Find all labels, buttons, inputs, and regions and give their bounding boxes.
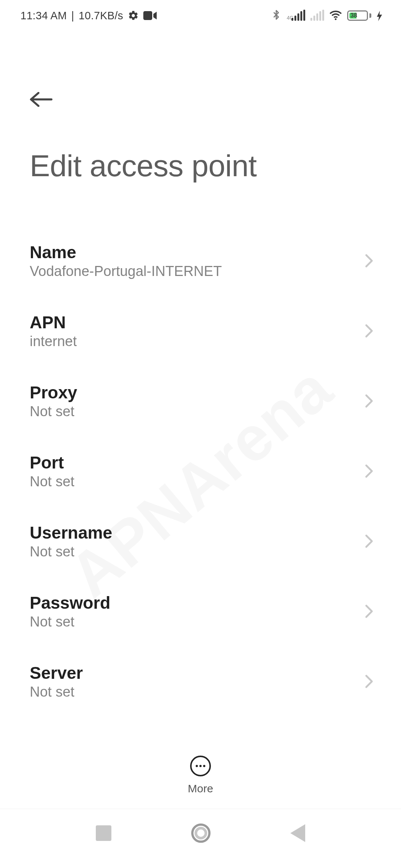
signal-sim1-icon xyxy=(291,10,305,21)
field-label: Proxy xyxy=(30,382,77,402)
field-mmsc[interactable]: MMSC Not set xyxy=(0,716,401,731)
chevron-right-icon xyxy=(363,534,375,548)
back-button[interactable] xyxy=(27,92,55,108)
more-button[interactable]: More xyxy=(188,756,213,795)
field-value: internet xyxy=(30,333,77,349)
field-value: Not set xyxy=(30,684,83,700)
wifi-icon xyxy=(329,10,342,21)
arrow-left-icon xyxy=(27,92,55,107)
apn-fields-list[interactable]: Name Vodafone-Portugal-INTERNET APN inte… xyxy=(0,226,401,731)
field-server[interactable]: Server Not set xyxy=(0,646,401,716)
field-name[interactable]: Name Vodafone-Portugal-INTERNET xyxy=(0,226,401,296)
svg-rect-0 xyxy=(143,11,152,20)
chevron-right-icon xyxy=(363,394,375,408)
field-label: Server xyxy=(30,663,83,683)
status-net-speed: 10.7KB/s xyxy=(79,10,123,22)
field-password[interactable]: Password Not set xyxy=(0,576,401,646)
field-value: Not set xyxy=(30,404,77,420)
nav-back-button[interactable] xyxy=(290,824,305,842)
nav-recents-button[interactable] xyxy=(96,825,111,841)
field-value: Not set xyxy=(30,614,110,630)
system-navigation-bar xyxy=(0,809,401,868)
nav-home-button[interactable] xyxy=(191,823,211,843)
status-time: 11:34 AM xyxy=(20,10,67,22)
gear-icon xyxy=(128,10,139,21)
status-bar: 11:34 AM | 10.7KB/s 4G xyxy=(0,0,401,31)
field-value: Vodafone-Portugal-INTERNET xyxy=(30,263,222,279)
field-label: Port xyxy=(30,453,74,473)
page-title: Edit access point xyxy=(30,148,257,183)
signal-sim2-icon xyxy=(310,10,324,21)
bottom-action-bar: More xyxy=(0,746,401,805)
chevron-right-icon xyxy=(363,604,375,618)
battery-icon: 38 xyxy=(347,10,371,21)
field-apn[interactable]: APN internet xyxy=(0,296,401,366)
more-icon xyxy=(190,756,211,776)
chevron-right-icon xyxy=(363,254,375,268)
field-label: Password xyxy=(30,593,110,613)
field-value: Not set xyxy=(30,474,74,490)
status-left: 11:34 AM | 10.7KB/s xyxy=(20,10,157,22)
field-label: APN xyxy=(30,312,77,332)
field-username[interactable]: Username Not set xyxy=(0,506,401,576)
charging-icon xyxy=(376,11,382,20)
status-separator: | xyxy=(71,10,74,22)
more-label: More xyxy=(188,782,213,795)
status-right: 4G 38 xyxy=(271,9,382,22)
chevron-right-icon xyxy=(363,464,375,478)
camera-icon xyxy=(143,11,157,20)
chevron-right-icon xyxy=(363,674,375,688)
chevron-right-icon xyxy=(363,324,375,338)
field-proxy[interactable]: Proxy Not set xyxy=(0,366,401,436)
field-label: Name xyxy=(30,242,222,262)
bluetooth-icon xyxy=(271,9,281,22)
field-label: Username xyxy=(30,523,112,543)
field-port[interactable]: Port Not set xyxy=(0,436,401,506)
field-value: Not set xyxy=(30,544,112,560)
